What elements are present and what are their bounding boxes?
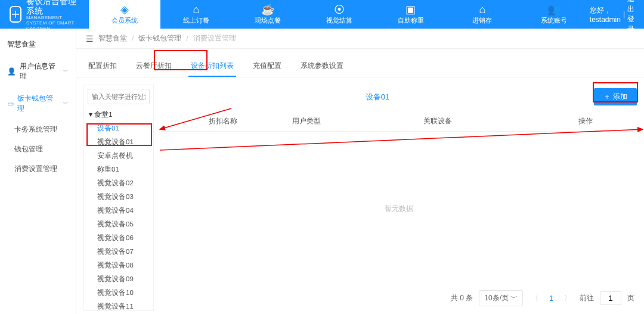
- col-discount-name: 折扣名称: [161, 116, 292, 126]
- pager-prev[interactable]: 〈: [529, 293, 541, 303]
- pager-goto-suffix: 页: [627, 293, 634, 303]
- pager-goto-label: 前往: [580, 293, 594, 303]
- nav-self-weigh[interactable]: ▣自助称重: [375, 0, 447, 29]
- breadcrumb: ☰ 智慧食堂 / 饭卡钱包管理 / 消费设置管理: [76, 29, 644, 49]
- sidebar: 智慧食堂 👤用户信息管理﹀ ▭饭卡钱包管理﹀ 卡务系统管理 钱包管理 消费设置管…: [0, 29, 76, 314]
- tree-node[interactable]: 称重01: [84, 163, 153, 176]
- logo-icon: [10, 6, 21, 23]
- tree-node[interactable]: 视觉设备10: [84, 286, 153, 300]
- top-nav: ◈会员系统 ⌂线上订餐 ☕现场点餐 ⦿视觉结算 ▣自助称重 ⌂进销存 👥系统账号: [89, 0, 590, 29]
- crumb-last: 消费设置管理: [193, 33, 236, 43]
- nav-vision-checkout[interactable]: ⦿视觉结算: [304, 0, 375, 29]
- crumb-root[interactable]: 智慧食堂: [98, 33, 127, 43]
- pager: 共 0 条 10条/页 ﹀ 〈 1 〉 前往 页: [161, 285, 637, 311]
- tree-node[interactable]: 视觉设备01: [84, 135, 153, 149]
- col-linked-device: 关联设备: [423, 116, 578, 126]
- tree-search-input[interactable]: [88, 89, 150, 104]
- tab-device-discount-list[interactable]: 设备折扣列表: [188, 56, 236, 77]
- pager-next[interactable]: 〉: [562, 293, 574, 303]
- tree-node[interactable]: 视觉设备11: [84, 300, 153, 311]
- chevron-down-icon: ﹀: [63, 100, 69, 108]
- sidebar-card-sys[interactable]: 卡务系统管理: [0, 120, 76, 139]
- tree-node[interactable]: 视觉设备04: [84, 204, 153, 217]
- tab-cloud-discount[interactable]: 云餐厅折扣: [134, 56, 174, 77]
- tree-node[interactable]: 视觉设备07: [84, 245, 153, 259]
- add-button[interactable]: ＋添加: [594, 88, 637, 105]
- crumb-mid[interactable]: 饭卡钱包管理: [138, 33, 181, 43]
- tabs: 配置折扣 云餐厅折扣 设备折扣列表 充值配置 系统参数设置: [76, 49, 644, 77]
- tree-node[interactable]: 安卓点餐机: [84, 149, 153, 163]
- chevron-down-icon: ﹀: [63, 67, 69, 76]
- cup-icon: ☕: [261, 4, 274, 15]
- tab-sys-param[interactable]: 系统参数设置: [298, 56, 346, 77]
- user-greeting: 您好，testadmin: [590, 5, 621, 24]
- tree-node[interactable]: 视觉设备06: [84, 231, 153, 245]
- brand-logo: 餐饮后台管理系统 MANAGEMENT SYSTEM OF SMART CANT…: [10, 0, 77, 32]
- tree-node[interactable]: 设备01: [84, 122, 153, 135]
- shop-icon: ⌂: [193, 4, 199, 15]
- sidebar-card-wallet[interactable]: ▭饭卡钱包管理﹀: [0, 88, 76, 120]
- nav-inventory[interactable]: ⌂进销存: [447, 0, 518, 29]
- menu-toggle-icon[interactable]: ☰: [86, 34, 94, 43]
- nav-online-order[interactable]: ⌂线上订餐: [160, 0, 232, 29]
- tree-node[interactable]: 视觉设备05: [84, 217, 153, 231]
- scan-icon: ⦿: [334, 4, 345, 15]
- brand-title: 餐饮后台管理系统: [26, 0, 77, 15]
- users-icon: 👥: [547, 4, 561, 15]
- tab-recharge-config[interactable]: 充值配置: [250, 56, 284, 77]
- chevron-down-icon: ﹀: [510, 294, 518, 302]
- sidebar-wallet[interactable]: 钱包管理: [0, 139, 76, 159]
- tree-root-1[interactable]: ▾ 食堂1: [84, 108, 153, 122]
- tree-node[interactable]: 视觉设备08: [84, 259, 153, 272]
- device-tree: ▾ 食堂1 设备01视觉设备01安卓点餐机称重01视觉设备02视觉设备03视觉设…: [83, 85, 154, 311]
- plus-icon: ＋: [603, 92, 611, 102]
- table-header: 折扣名称 用户类型 关联设备 操作: [161, 111, 637, 132]
- tree-node[interactable]: 视觉设备09: [84, 272, 153, 286]
- sidebar-root[interactable]: 智慧食堂: [0, 33, 76, 55]
- nav-system-account[interactable]: 👥系统账号: [518, 0, 590, 29]
- tree-node[interactable]: 视觉设备02: [84, 176, 153, 190]
- empty-state: 暂无数据: [161, 132, 637, 285]
- pager-size-select[interactable]: 10条/页 ﹀: [479, 290, 523, 306]
- tree-node[interactable]: 视觉设备03: [84, 190, 153, 204]
- pager-total: 共 0 条: [451, 293, 473, 303]
- diamond-icon: ◈: [120, 4, 129, 15]
- pager-goto-input[interactable]: [600, 291, 621, 305]
- scale-icon: ▣: [405, 4, 416, 15]
- sidebar-consume-setting[interactable]: 消费设置管理: [0, 159, 76, 179]
- panel-title: 设备01: [161, 92, 594, 102]
- tab-discount-config[interactable]: 配置折扣: [86, 56, 119, 77]
- nav-member[interactable]: ◈会员系统: [89, 0, 160, 29]
- col-user-type: 用户类型: [292, 116, 423, 126]
- sidebar-user-info[interactable]: 👤用户信息管理﹀: [0, 55, 76, 88]
- nav-onsite-order[interactable]: ☕现场点餐: [232, 0, 304, 29]
- col-action: 操作: [578, 116, 637, 126]
- box-icon: ⌂: [479, 4, 485, 15]
- pager-page[interactable]: 1: [547, 294, 556, 303]
- brand-subtitle: MANAGEMENT SYSTEM OF SMART CANTEEN: [26, 15, 77, 31]
